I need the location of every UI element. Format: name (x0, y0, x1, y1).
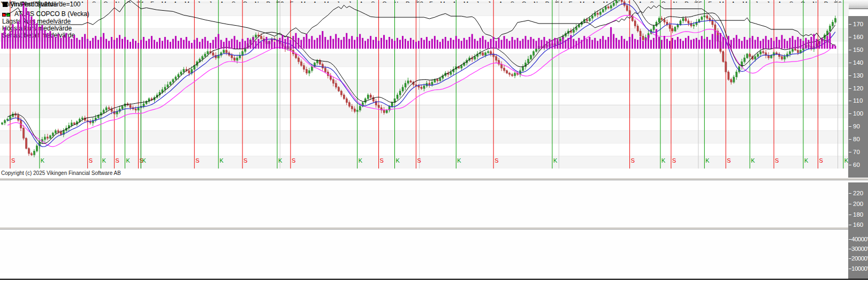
volume-bar (330, 36, 331, 49)
candle-down (429, 83, 430, 85)
volume-bar (792, 36, 794, 49)
volume-bar (512, 37, 513, 49)
volume-bar (389, 37, 390, 49)
sell-signal-letter: S (195, 157, 199, 164)
candle-up (533, 51, 535, 55)
volume-bar (372, 40, 374, 49)
volume-bar (97, 40, 99, 49)
candle-up (55, 131, 56, 133)
volume-bar (834, 46, 836, 49)
volume-bar (623, 39, 625, 49)
volume-bar (79, 40, 80, 49)
volume-bar (682, 41, 684, 49)
sell-signal-letter: S (727, 157, 730, 164)
volume-bar (469, 37, 470, 49)
volume-bar (413, 40, 414, 49)
volume-bar (215, 37, 217, 49)
volume-panel[interactable]: Volym/Portföljvärde (0, 224, 849, 273)
volume-bar (538, 38, 539, 49)
volume-bar (765, 36, 767, 49)
volume-bar (170, 42, 171, 49)
candle-up (103, 110, 104, 113)
volume-bar (127, 40, 128, 49)
volume-bar (677, 37, 679, 49)
volume-bar (266, 37, 268, 49)
volume-bar (87, 39, 88, 49)
volume-chart-svg[interactable] (0, 0, 849, 49)
volume-bar (779, 40, 780, 49)
buy-signal-letter: K (142, 157, 146, 164)
volume-bar (800, 39, 802, 49)
volume-bar (220, 40, 222, 49)
buy-signal-letter: K (751, 157, 755, 164)
candle-down (324, 68, 326, 72)
volume-bar (287, 37, 288, 49)
volume-bar (431, 39, 433, 49)
volume-bar (672, 38, 673, 49)
volume-bar (453, 40, 454, 49)
candle-up (170, 82, 171, 85)
volume-bar (803, 41, 804, 49)
volume-bar (717, 35, 719, 49)
sell-signal-letter: S (819, 157, 823, 164)
volume-bar (562, 37, 564, 49)
candle-up (386, 110, 387, 113)
candle-up (183, 69, 185, 72)
volume-bar (12, 24, 13, 49)
candle-down (383, 110, 385, 113)
volume-bar (231, 39, 233, 49)
candle-down (57, 131, 59, 132)
volume-bar (303, 37, 304, 49)
volume-bar (653, 38, 654, 49)
volume-bar (279, 38, 280, 49)
candle-up (81, 118, 83, 119)
volume-bar (599, 39, 601, 49)
candle-up (207, 51, 209, 54)
volume-bar (196, 38, 198, 49)
candle-up (202, 57, 203, 59)
candle-up (36, 146, 37, 151)
sell-signal-letter: S (116, 157, 119, 164)
y-axis-label: 100 (848, 110, 868, 117)
volume-bar (648, 35, 649, 49)
candle-down (212, 52, 214, 55)
volume-bar (44, 30, 45, 49)
equity-panel[interactable]: Vinstest: Startvärde=100 (0, 178, 849, 224)
y-axis-label: 30000' (848, 246, 868, 253)
volume-bar (768, 40, 770, 49)
volume-bar (202, 39, 203, 49)
volume-bar (383, 35, 385, 49)
volume-bar (551, 40, 553, 49)
volume-bar (680, 39, 681, 49)
candle-down (135, 109, 136, 110)
volume-bar (664, 36, 665, 49)
volume-bar (399, 40, 401, 49)
volume-bar (175, 36, 177, 49)
volume-bar (370, 36, 371, 49)
candle-down (512, 74, 513, 75)
candle-down (300, 62, 302, 65)
buy-signal-letter: K (804, 157, 809, 164)
volume-bar (242, 39, 243, 49)
volume-bar (738, 39, 740, 49)
volume-bar (359, 34, 361, 49)
volume-bar (418, 41, 420, 49)
volume-bar (386, 40, 387, 49)
candle-down (226, 50, 227, 53)
candle-down (418, 86, 420, 87)
volume-bar (39, 27, 40, 49)
volume-bar (162, 41, 163, 49)
volume-bar (194, 40, 195, 49)
volume-bar (164, 37, 166, 49)
volume-bar (760, 41, 762, 49)
volume-bar (821, 38, 823, 49)
y-axis-label: 220 (848, 190, 868, 197)
volume-bar (536, 41, 537, 49)
volume-bar (92, 38, 94, 49)
volume-bar (818, 41, 820, 49)
candle-down (234, 58, 235, 60)
volume-bar (442, 39, 444, 49)
volume-bar (364, 41, 366, 49)
volume-bar (642, 41, 644, 49)
volume-bar (284, 39, 286, 49)
